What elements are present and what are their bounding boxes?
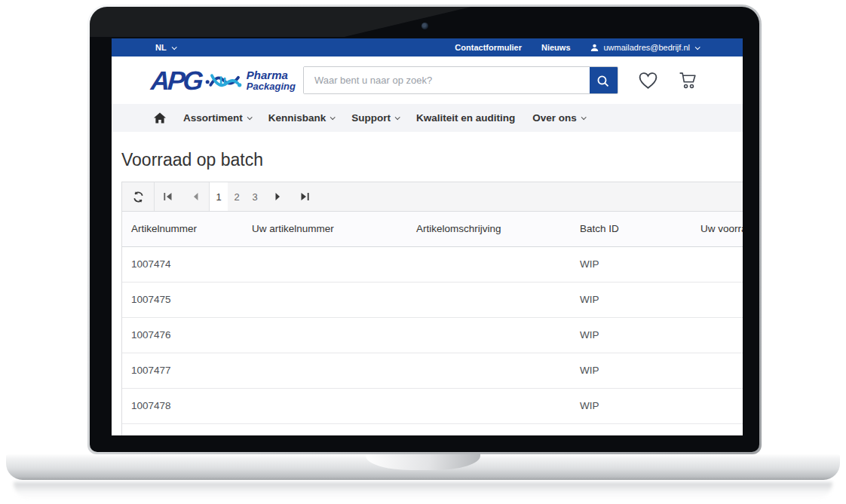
home-icon [154, 112, 166, 124]
cell-uw-artikelnummer [243, 283, 407, 317]
cell-artikelnummer: 1007476 [122, 318, 243, 353]
cell-batch-id: WIP [571, 283, 691, 317]
first-page-button[interactable] [155, 182, 182, 211]
nav-item-kwaliteit-en-auditing[interactable]: Kwaliteit en auditing [416, 112, 515, 124]
cell-uw-voorraad [691, 389, 743, 423]
search-button[interactable] [590, 67, 618, 94]
cell-uw-voorraad [691, 353, 743, 388]
nav-item-label: Support [351, 112, 391, 124]
main-nav: Assortiment Kennisbank Support Kwal [112, 104, 743, 132]
cell-batch-id: WIP [571, 353, 691, 388]
cell-batch-id: WIP [571, 318, 691, 353]
last-page-icon [299, 192, 310, 201]
refresh-button[interactable] [122, 182, 154, 211]
table-row[interactable]: 1007478 WIP [122, 389, 743, 424]
screen-viewport: NL Contactformulier Nieuws uwmailadres@b… [112, 38, 743, 435]
bezel-glare [90, 7, 759, 37]
column-header-uw-artikelnummer[interactable]: Uw artikelnummer [243, 212, 407, 246]
cell-artikelnummer: 1007478 [122, 389, 243, 423]
page-number-2[interactable]: 2 [228, 182, 246, 211]
heart-icon [638, 72, 658, 90]
cell-uw-artikelnummer [243, 318, 407, 353]
laptop-mockup: NL Contactformulier Nieuws uwmailadres@b… [0, 0, 846, 504]
table-row[interactable]: 1007477 WIP [122, 353, 743, 389]
cell-artikelnummer: 1007475 [122, 283, 243, 317]
chevron-down-icon [581, 115, 587, 120]
cell-uw-artikelnummer [243, 389, 407, 423]
cell-uw-artikelnummer [243, 353, 407, 388]
cell-artikelnummer: 1007474 [122, 247, 243, 282]
cart-button[interactable] [678, 71, 698, 90]
laptop-base-notch [366, 454, 480, 470]
nav-item-label: Over ons [532, 112, 577, 124]
refresh-icon [132, 191, 145, 203]
site-header: APG Pharma Packaging [112, 57, 743, 104]
cell-artikelnummer: 1007477 [122, 353, 243, 388]
search-input[interactable] [304, 67, 590, 93]
wishlist-button[interactable] [638, 72, 658, 90]
chevron-down-icon [171, 44, 176, 50]
previous-page-button[interactable] [182, 182, 209, 211]
next-page-button[interactable] [264, 182, 291, 211]
logo-brand-text: APG [150, 67, 202, 93]
table-row[interactable]: 1007476 WIP [122, 318, 743, 353]
language-selector[interactable]: NL [155, 43, 176, 52]
cell-uw-voorraad [691, 247, 743, 282]
page-number-3[interactable]: 3 [246, 182, 264, 211]
top-utility-bar: NL Contactformulier Nieuws uwmailadres@b… [112, 38, 743, 57]
page-number-1[interactable]: 1 [210, 182, 228, 211]
cell-artikelomschrijving [407, 247, 571, 282]
laptop-reflection [14, 482, 832, 500]
table-row[interactable]: 1007474 WIP [122, 247, 743, 283]
account-email: uwmailadres@bedrijf.nl [604, 43, 691, 52]
nav-home[interactable] [154, 112, 166, 124]
nav-item-label: Kennisbank [268, 112, 326, 124]
logo-tagline-line1: Pharma [247, 69, 296, 81]
news-link[interactable]: Nieuws [541, 43, 571, 52]
nav-item-kennisbank[interactable]: Kennisbank [268, 112, 335, 124]
cell-artikelomschrijving [407, 283, 571, 317]
previous-page-icon [192, 192, 199, 201]
laptop-screen-frame: NL Contactformulier Nieuws uwmailadres@b… [87, 5, 762, 454]
language-label: NL [155, 43, 167, 52]
chevron-down-icon [395, 115, 400, 120]
nav-item-label: Kwaliteit en auditing [416, 112, 515, 124]
user-icon [590, 44, 599, 52]
table-header-row: Artikelnummer Uw artikelnummer Artikelom… [122, 212, 743, 247]
main-content: Voorraad op batch [112, 150, 743, 435]
nav-item-assortiment[interactable]: Assortiment [183, 112, 251, 124]
column-header-artikelomschrijving[interactable]: Artikelomschrijving [407, 212, 571, 246]
column-header-artikelnummer[interactable]: Artikelnummer [122, 212, 243, 246]
logo[interactable]: APG Pharma Packaging [151, 66, 296, 95]
webcam-icon [421, 23, 428, 29]
column-header-batch-id[interactable]: Batch ID [571, 212, 691, 246]
search-bar [303, 66, 618, 94]
column-header-uw-voorraad[interactable]: Uw voorraad [691, 212, 743, 246]
table-row[interactable]: 1007475 WIP [122, 283, 743, 318]
chevron-down-icon [695, 44, 700, 50]
contact-form-link[interactable]: Contactformulier [455, 43, 522, 52]
cell-artikelomschrijving [407, 318, 571, 353]
cell-uw-voorraad [691, 283, 743, 317]
first-page-icon [163, 192, 173, 201]
account-menu[interactable]: uwmailadres@bedrijf.nl [590, 43, 700, 52]
cell-uw-voorraad [691, 318, 743, 353]
next-page-icon [274, 192, 281, 201]
search-icon [596, 75, 610, 88]
grid-pager: 1 2 3 [122, 182, 743, 212]
nav-item-over-ons[interactable]: Over ons [532, 112, 585, 124]
page-title: Voorraad op batch [121, 150, 733, 170]
laptop-base [6, 454, 840, 480]
cell-batch-id: WIP [571, 389, 691, 423]
laptop-bezel: NL Contactformulier Nieuws uwmailadres@b… [90, 7, 759, 452]
table-row-partial [122, 424, 743, 435]
batch-stock-grid: 1 2 3 [121, 182, 743, 435]
chevron-down-icon [247, 115, 252, 120]
webpage: NL Contactformulier Nieuws uwmailadres@b… [112, 38, 743, 435]
cart-icon [678, 71, 698, 90]
chevron-down-icon [330, 115, 336, 120]
dna-helix-icon [204, 66, 242, 95]
nav-item-support[interactable]: Support [351, 112, 399, 124]
last-page-button[interactable] [291, 182, 318, 211]
logo-tagline-line2: Packaging [247, 81, 296, 92]
